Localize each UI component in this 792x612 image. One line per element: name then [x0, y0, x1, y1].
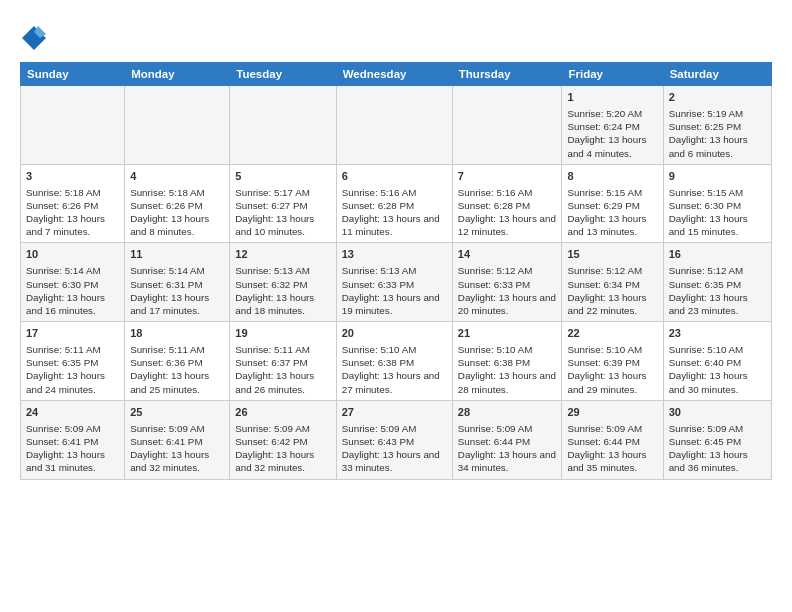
day-info: Sunrise: 5:12 AMSunset: 6:33 PMDaylight:… — [458, 264, 557, 317]
day-number: 29 — [567, 405, 657, 420]
header-row: SundayMondayTuesdayWednesdayThursdayFrid… — [21, 63, 772, 86]
svg-marker-0 — [22, 26, 46, 50]
day-info: Sunrise: 5:10 AMSunset: 6:38 PMDaylight:… — [458, 343, 557, 396]
day-cell: 15Sunrise: 5:12 AMSunset: 6:34 PMDayligh… — [562, 243, 663, 322]
header-cell-wednesday: Wednesday — [336, 63, 452, 86]
day-info: Sunrise: 5:14 AMSunset: 6:31 PMDaylight:… — [130, 264, 224, 317]
day-cell — [21, 86, 125, 165]
day-cell: 16Sunrise: 5:12 AMSunset: 6:35 PMDayligh… — [663, 243, 771, 322]
day-cell: 9Sunrise: 5:15 AMSunset: 6:30 PMDaylight… — [663, 164, 771, 243]
day-info: Sunrise: 5:14 AMSunset: 6:30 PMDaylight:… — [26, 264, 119, 317]
day-cell: 20Sunrise: 5:10 AMSunset: 6:38 PMDayligh… — [336, 322, 452, 401]
day-cell: 5Sunrise: 5:17 AMSunset: 6:27 PMDaylight… — [230, 164, 336, 243]
day-info: Sunrise: 5:11 AMSunset: 6:37 PMDaylight:… — [235, 343, 330, 396]
day-info: Sunrise: 5:09 AMSunset: 6:45 PMDaylight:… — [669, 422, 766, 475]
day-cell: 22Sunrise: 5:10 AMSunset: 6:39 PMDayligh… — [562, 322, 663, 401]
day-info: Sunrise: 5:09 AMSunset: 6:42 PMDaylight:… — [235, 422, 330, 475]
day-number: 10 — [26, 247, 119, 262]
day-cell — [230, 86, 336, 165]
logo — [20, 22, 52, 52]
day-info: Sunrise: 5:12 AMSunset: 6:34 PMDaylight:… — [567, 264, 657, 317]
day-cell: 2Sunrise: 5:19 AMSunset: 6:25 PMDaylight… — [663, 86, 771, 165]
day-info: Sunrise: 5:15 AMSunset: 6:29 PMDaylight:… — [567, 186, 657, 239]
day-info: Sunrise: 5:13 AMSunset: 6:32 PMDaylight:… — [235, 264, 330, 317]
day-info: Sunrise: 5:09 AMSunset: 6:41 PMDaylight:… — [130, 422, 224, 475]
day-cell: 4Sunrise: 5:18 AMSunset: 6:26 PMDaylight… — [125, 164, 230, 243]
day-number: 21 — [458, 326, 557, 341]
day-number: 7 — [458, 169, 557, 184]
day-info: Sunrise: 5:09 AMSunset: 6:44 PMDaylight:… — [458, 422, 557, 475]
day-cell: 27Sunrise: 5:09 AMSunset: 6:43 PMDayligh… — [336, 400, 452, 479]
day-cell — [452, 86, 562, 165]
header-cell-thursday: Thursday — [452, 63, 562, 86]
header-cell-monday: Monday — [125, 63, 230, 86]
day-number: 23 — [669, 326, 766, 341]
day-number: 4 — [130, 169, 224, 184]
day-cell: 21Sunrise: 5:10 AMSunset: 6:38 PMDayligh… — [452, 322, 562, 401]
calendar-table: SundayMondayTuesdayWednesdayThursdayFrid… — [20, 62, 772, 480]
calendar-body: 1Sunrise: 5:20 AMSunset: 6:24 PMDaylight… — [21, 86, 772, 480]
day-number: 19 — [235, 326, 330, 341]
day-cell: 7Sunrise: 5:16 AMSunset: 6:28 PMDaylight… — [452, 164, 562, 243]
day-number: 1 — [567, 90, 657, 105]
header — [20, 18, 772, 52]
day-cell: 26Sunrise: 5:09 AMSunset: 6:42 PMDayligh… — [230, 400, 336, 479]
day-info: Sunrise: 5:19 AMSunset: 6:25 PMDaylight:… — [669, 107, 766, 160]
day-number: 12 — [235, 247, 330, 262]
page: SundayMondayTuesdayWednesdayThursdayFrid… — [0, 0, 792, 492]
day-cell: 25Sunrise: 5:09 AMSunset: 6:41 PMDayligh… — [125, 400, 230, 479]
logo-icon — [20, 24, 48, 52]
day-number: 28 — [458, 405, 557, 420]
day-info: Sunrise: 5:13 AMSunset: 6:33 PMDaylight:… — [342, 264, 447, 317]
day-number: 14 — [458, 247, 557, 262]
day-cell: 13Sunrise: 5:13 AMSunset: 6:33 PMDayligh… — [336, 243, 452, 322]
day-info: Sunrise: 5:11 AMSunset: 6:36 PMDaylight:… — [130, 343, 224, 396]
day-number: 6 — [342, 169, 447, 184]
day-cell: 24Sunrise: 5:09 AMSunset: 6:41 PMDayligh… — [21, 400, 125, 479]
day-cell: 11Sunrise: 5:14 AMSunset: 6:31 PMDayligh… — [125, 243, 230, 322]
day-number: 16 — [669, 247, 766, 262]
header-cell-friday: Friday — [562, 63, 663, 86]
day-number: 17 — [26, 326, 119, 341]
day-info: Sunrise: 5:11 AMSunset: 6:35 PMDaylight:… — [26, 343, 119, 396]
day-number: 27 — [342, 405, 447, 420]
week-row-1: 3Sunrise: 5:18 AMSunset: 6:26 PMDaylight… — [21, 164, 772, 243]
day-info: Sunrise: 5:20 AMSunset: 6:24 PMDaylight:… — [567, 107, 657, 160]
day-cell: 8Sunrise: 5:15 AMSunset: 6:29 PMDaylight… — [562, 164, 663, 243]
day-info: Sunrise: 5:09 AMSunset: 6:44 PMDaylight:… — [567, 422, 657, 475]
day-number: 8 — [567, 169, 657, 184]
day-number: 20 — [342, 326, 447, 341]
header-cell-saturday: Saturday — [663, 63, 771, 86]
day-number: 11 — [130, 247, 224, 262]
day-info: Sunrise: 5:10 AMSunset: 6:38 PMDaylight:… — [342, 343, 447, 396]
day-info: Sunrise: 5:10 AMSunset: 6:40 PMDaylight:… — [669, 343, 766, 396]
header-cell-tuesday: Tuesday — [230, 63, 336, 86]
day-cell: 30Sunrise: 5:09 AMSunset: 6:45 PMDayligh… — [663, 400, 771, 479]
day-number: 18 — [130, 326, 224, 341]
day-info: Sunrise: 5:18 AMSunset: 6:26 PMDaylight:… — [130, 186, 224, 239]
day-cell: 28Sunrise: 5:09 AMSunset: 6:44 PMDayligh… — [452, 400, 562, 479]
day-info: Sunrise: 5:17 AMSunset: 6:27 PMDaylight:… — [235, 186, 330, 239]
day-number: 5 — [235, 169, 330, 184]
day-cell: 19Sunrise: 5:11 AMSunset: 6:37 PMDayligh… — [230, 322, 336, 401]
day-info: Sunrise: 5:15 AMSunset: 6:30 PMDaylight:… — [669, 186, 766, 239]
day-cell: 6Sunrise: 5:16 AMSunset: 6:28 PMDaylight… — [336, 164, 452, 243]
day-cell — [125, 86, 230, 165]
day-info: Sunrise: 5:10 AMSunset: 6:39 PMDaylight:… — [567, 343, 657, 396]
day-number: 15 — [567, 247, 657, 262]
day-info: Sunrise: 5:16 AMSunset: 6:28 PMDaylight:… — [458, 186, 557, 239]
header-cell-sunday: Sunday — [21, 63, 125, 86]
day-number: 24 — [26, 405, 119, 420]
day-info: Sunrise: 5:12 AMSunset: 6:35 PMDaylight:… — [669, 264, 766, 317]
day-cell: 12Sunrise: 5:13 AMSunset: 6:32 PMDayligh… — [230, 243, 336, 322]
day-info: Sunrise: 5:09 AMSunset: 6:41 PMDaylight:… — [26, 422, 119, 475]
day-cell — [336, 86, 452, 165]
week-row-0: 1Sunrise: 5:20 AMSunset: 6:24 PMDaylight… — [21, 86, 772, 165]
week-row-2: 10Sunrise: 5:14 AMSunset: 6:30 PMDayligh… — [21, 243, 772, 322]
day-cell: 14Sunrise: 5:12 AMSunset: 6:33 PMDayligh… — [452, 243, 562, 322]
day-info: Sunrise: 5:16 AMSunset: 6:28 PMDaylight:… — [342, 186, 447, 239]
day-cell: 17Sunrise: 5:11 AMSunset: 6:35 PMDayligh… — [21, 322, 125, 401]
day-number: 22 — [567, 326, 657, 341]
day-number: 9 — [669, 169, 766, 184]
day-number: 26 — [235, 405, 330, 420]
